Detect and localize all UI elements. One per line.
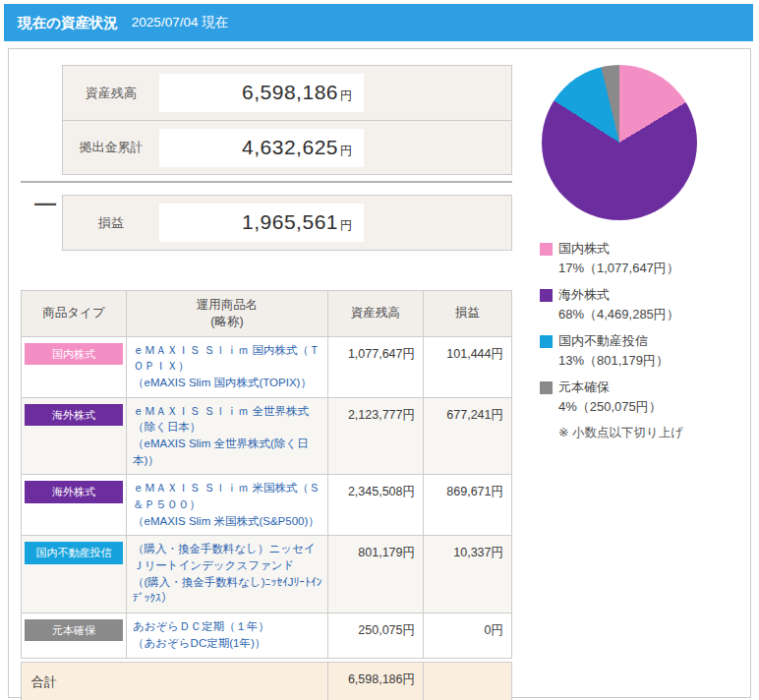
product-name-link[interactable]: （購入・換金手数料なし）ニッセイＪリートインデックスファンド	[133, 541, 322, 573]
product-balance: 2,123,777円	[328, 397, 424, 475]
legend-color-swatch	[540, 381, 553, 394]
legend-item-detail: 68%（4,469,285円）	[558, 306, 738, 323]
product-abbr: （eMAXIS Slim 米国株式(S&P500)）	[133, 513, 322, 530]
product-name-link[interactable]: あおぞらＤＣ定期（１年）	[133, 618, 322, 635]
summary-and-table-column: — 資産残高 6,598,186円 拠出金累計 4,632,625円 損益 1,…	[21, 65, 512, 700]
product-name-link[interactable]: ｅＭＡＸＩＳ Ｓｌｉｍ 米国株式（Ｓ＆Ｐ５００）	[133, 480, 322, 512]
product-type-badge: 海外株式	[25, 481, 123, 502]
minus-operator: —	[34, 191, 56, 216]
rounding-note: ※ 小数点以下切り上げ	[558, 425, 738, 441]
product-name-cell: （購入・換金手数料なし）ニッセイＪリートインデックスファンド（(購入・換金手数料…	[127, 536, 328, 613]
table-row: 元本確保あおぞらＤＣ定期（１年）（あおぞらDC定期(1年)）250,075円0円	[22, 613, 512, 658]
product-table-header-row: 商品タイプ 運用商品名(略称) 資産残高 損益	[22, 291, 512, 337]
col-header-balance: 資産残高	[328, 291, 424, 337]
product-profit: 101,444円	[424, 336, 512, 397]
col-header-product-name-sub: (略称)	[210, 315, 243, 328]
asset-balance-value: 6,598,186円	[159, 74, 364, 112]
product-type-badge: 元本確保	[25, 619, 123, 641]
page-title: 現在の資産状況	[18, 14, 118, 32]
legend-item-label: 国内株式	[558, 240, 610, 258]
product-type-cell: 国内株式	[22, 336, 127, 397]
legend-item: 国内株式17%（1,077,647円）	[540, 240, 738, 277]
product-type-cell: 元本確保	[22, 613, 127, 658]
table-row: 国内不動産投信（購入・換金手数料なし）ニッセイＪリートインデックスファンド（(購…	[22, 536, 512, 613]
product-profit: 677,241円	[424, 397, 512, 475]
product-name-cell: ｅＭＡＸＩＳ Ｓｌｉｍ 全世界株式（除く日本）（eMAXIS Slim 全世界株…	[127, 397, 328, 475]
legend-item-label: 元本確保	[558, 379, 610, 396]
product-type-badge: 国内不動産投信	[25, 542, 123, 563]
as-of-date: 2025/07/04 現在	[132, 14, 228, 31]
product-name-cell: あおぞらＤＣ定期（１年）（あおぞらDC定期(1年)）	[127, 613, 328, 658]
legend-color-swatch	[540, 243, 553, 256]
legend-item-head: 元本確保	[540, 379, 738, 396]
col-header-product-name: 運用商品名(略称)	[127, 291, 328, 337]
product-abbr: （eMAXIS Slim 全世界株式(除く日本)）	[133, 436, 322, 468]
equals-divider	[21, 181, 512, 183]
legend-item: 国内不動産投信13%（801,179円）	[540, 332, 738, 370]
product-table-wrap: 商品タイプ 運用商品名(略称) 資産残高 損益 国内株式ｅＭＡＸＩＳ Ｓｌｉｍ …	[21, 290, 512, 700]
total-table: 合計 6,598,186円	[21, 662, 512, 700]
pie-legend: 国内株式17%（1,077,647円）海外株式68%（4,469,285円）国内…	[540, 240, 738, 441]
legend-item-label: 海外株式	[558, 286, 610, 304]
product-name-link[interactable]: ｅＭＡＸＩＳ Ｓｌｉｍ 全世界株式（除く日本）	[133, 403, 322, 436]
product-balance: 250,075円	[328, 613, 424, 658]
product-abbr: （あおぞらDC定期(1年)）	[133, 635, 322, 652]
legend-color-swatch	[540, 289, 553, 302]
product-profit: 869,671円	[424, 475, 512, 536]
total-profit	[424, 662, 512, 700]
contribution-total-value: 4,632,625円	[159, 129, 364, 167]
profit-loss-label: 損益	[63, 214, 159, 232]
asset-allocation-pie-chart	[542, 65, 697, 220]
product-abbr: （eMAXIS Slim 国内株式(TOPIX)）	[133, 375, 322, 391]
yen-unit: 円	[340, 217, 352, 234]
allocation-column: 国内株式17%（1,077,647円）海外株式68%（4,469,285円）国内…	[540, 65, 738, 441]
table-row: 海外株式ｅＭＡＸＩＳ Ｓｌｉｍ 米国株式（Ｓ＆Ｐ５００）（eMAXIS Slim…	[22, 475, 512, 536]
legend-item-detail: 17%（1,077,647円）	[558, 260, 738, 277]
contribution-total-label: 拠出金累計	[63, 139, 159, 156]
legend-item-head: 海外株式	[540, 286, 738, 304]
legend-item: 元本確保4%（250,075円）	[540, 379, 738, 416]
product-type-badge: 国内株式	[25, 343, 123, 365]
contribution-total-amount: 4,632,625	[242, 136, 338, 159]
profit-loss-value: 1,965,561円	[159, 204, 364, 242]
total-label: 合計	[22, 662, 328, 700]
product-abbr: （(購入・換金手数料なし)ﾆｯｾｲJﾘｰﾄｲﾝﾃﾞｯｸｽ）	[133, 574, 322, 607]
product-type-badge: 海外株式	[25, 404, 123, 426]
product-profit: 0円	[424, 613, 512, 658]
col-header-product-type: 商品タイプ	[22, 291, 127, 337]
asset-balance-amount: 6,598,186	[242, 81, 338, 104]
legend-item-head: 国内株式	[540, 240, 738, 258]
page-title-bar: 現在の資産状況 2025/07/04 現在	[4, 4, 753, 41]
total-balance: 6,598,186円	[328, 662, 424, 700]
product-balance: 1,077,647円	[328, 336, 424, 397]
product-name-cell: ｅＭＡＸＩＳ Ｓｌｉｍ 国内株式（ＴＯＰＩＸ）（eMAXIS Slim 国内株式…	[127, 336, 328, 397]
table-row: 海外株式ｅＭＡＸＩＳ Ｓｌｉｍ 全世界株式（除く日本）（eMAXIS Slim …	[22, 397, 512, 475]
contribution-total-row: 拠出金累計 4,632,625円	[63, 120, 511, 174]
legend-item-label: 国内不動産投信	[558, 332, 648, 350]
legend-item-detail: 4%（250,075円）	[558, 398, 738, 416]
legend-item-detail: 13%（801,179円）	[558, 352, 738, 370]
product-type-cell: 海外株式	[22, 397, 127, 475]
product-type-cell: 国内不動産投信	[22, 536, 127, 613]
profit-loss-amount: 1,965,561	[242, 210, 338, 234]
product-balance: 801,179円	[328, 536, 424, 613]
profit-loss-box: 損益 1,965,561円	[62, 195, 512, 251]
col-header-profit: 損益	[424, 291, 512, 337]
product-type-cell: 海外株式	[22, 475, 127, 536]
legend-color-swatch	[540, 335, 553, 348]
table-row: 国内株式ｅＭＡＸＩＳ Ｓｌｉｍ 国内株式（ＴＯＰＩＸ）（eMAXIS Slim …	[22, 336, 512, 397]
asset-balance-label: 資産残高	[63, 85, 159, 102]
product-balance: 2,345,508円	[328, 475, 424, 536]
col-header-product-name-main: 運用商品名	[197, 298, 259, 312]
legend-item: 海外株式68%（4,469,285円）	[540, 286, 738, 323]
product-profit: 10,337円	[424, 536, 512, 613]
yen-unit: 円	[340, 143, 352, 159]
total-row: 合計 6,598,186円	[22, 662, 512, 700]
product-name-cell: ｅＭＡＸＩＳ Ｓｌｉｍ 米国株式（Ｓ＆Ｐ５００）（eMAXIS Slim 米国株…	[127, 475, 328, 536]
product-name-link[interactable]: ｅＭＡＸＩＳ Ｓｌｉｍ 国内株式（ＴＯＰＩＸ）	[133, 342, 322, 375]
profit-loss-row: 損益 1,965,561円	[63, 196, 511, 250]
asset-balance-row: 資産残高 6,598,186円	[63, 66, 511, 120]
asset-status-panel: — 資産残高 6,598,186円 拠出金累計 4,632,625円 損益 1,…	[8, 48, 751, 698]
legend-item-head: 国内不動産投信	[540, 332, 738, 350]
balance-contribution-box: 資産残高 6,598,186円 拠出金累計 4,632,625円	[62, 65, 512, 175]
